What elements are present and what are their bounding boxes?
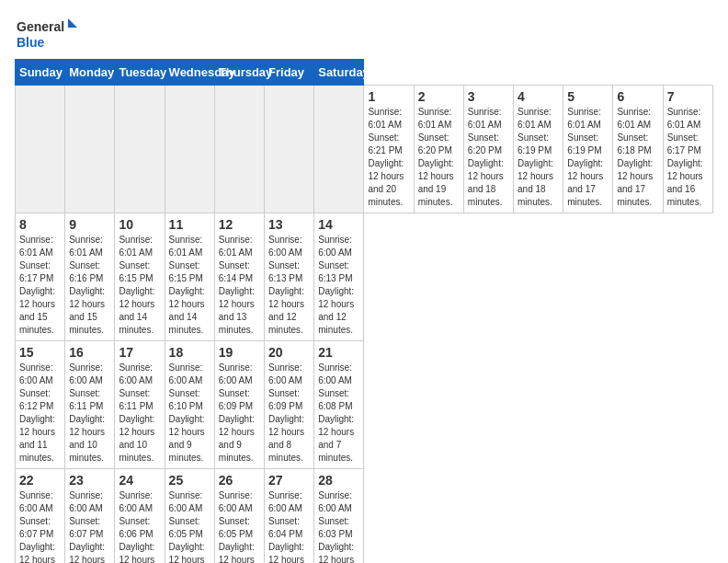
calendar-cell: 5Sunrise: 6:01 AMSunset: 6:19 PMDaylight…: [563, 86, 613, 213]
cell-sun-set-info: Sunrise: 6:00 AMSunset: 6:13 PMDaylight:…: [268, 234, 310, 337]
calendar-cell: 8Sunrise: 6:01 AMSunset: 6:17 PMDaylight…: [16, 213, 65, 341]
calendar-cell: 21Sunrise: 6:00 AMSunset: 6:08 PMDayligh…: [314, 341, 364, 469]
cell-sun-set-info: Sunrise: 6:00 AMSunset: 6:03 PMDaylight:…: [318, 489, 359, 563]
cell-sun-set-info: Sunrise: 6:00 AMSunset: 6:11 PMDaylight:…: [119, 362, 160, 465]
day-number: 2: [418, 89, 460, 104]
calendar-header-friday: Friday: [265, 60, 314, 86]
calendar-header-row: SundayMondayTuesdayWednesdayThursdayFrid…: [16, 60, 713, 86]
cell-sun-set-info: Sunrise: 6:01 AMSunset: 6:17 PMDaylight:…: [19, 234, 61, 337]
calendar-cell: 3Sunrise: 6:01 AMSunset: 6:20 PMDaylight…: [463, 86, 513, 213]
cell-sun-set-info: Sunrise: 6:00 AMSunset: 6:05 PMDaylight:…: [219, 489, 260, 563]
day-number: 22: [19, 473, 61, 488]
cell-sun-set-info: Sunrise: 6:00 AMSunset: 6:09 PMDaylight:…: [219, 362, 260, 465]
day-number: 3: [468, 89, 509, 104]
calendar-cell: 11Sunrise: 6:01 AMSunset: 6:15 PMDayligh…: [165, 213, 214, 341]
calendar-cell: 17Sunrise: 6:00 AMSunset: 6:11 PMDayligh…: [115, 341, 165, 469]
day-number: 26: [219, 473, 260, 488]
day-number: 14: [318, 217, 359, 232]
cell-sun-set-info: Sunrise: 6:00 AMSunset: 6:07 PMDaylight:…: [19, 489, 61, 563]
logo: GeneralBlue: [15, 15, 88, 52]
cell-sun-set-info: Sunrise: 6:00 AMSunset: 6:04 PMDaylight:…: [268, 489, 310, 563]
day-number: 1: [368, 89, 409, 104]
svg-text:General: General: [17, 19, 64, 34]
calendar-cell: [16, 86, 65, 213]
day-number: 21: [318, 345, 359, 360]
svg-marker-2: [68, 18, 77, 28]
calendar-cell: [165, 86, 214, 213]
calendar-cell: 20Sunrise: 6:00 AMSunset: 6:09 PMDayligh…: [265, 341, 314, 469]
calendar-cell: [115, 86, 165, 213]
calendar-week-row: 1Sunrise: 6:01 AMSunset: 6:21 PMDaylight…: [16, 86, 713, 213]
cell-sun-set-info: Sunrise: 6:01 AMSunset: 6:19 PMDaylight:…: [567, 106, 609, 209]
calendar-cell: 18Sunrise: 6:00 AMSunset: 6:10 PMDayligh…: [165, 341, 214, 469]
cell-sun-set-info: Sunrise: 6:01 AMSunset: 6:16 PMDaylight:…: [69, 234, 110, 337]
calendar-cell: 27Sunrise: 6:00 AMSunset: 6:04 PMDayligh…: [265, 469, 314, 564]
calendar-cell: 22Sunrise: 6:00 AMSunset: 6:07 PMDayligh…: [16, 469, 65, 564]
calendar-cell: 13Sunrise: 6:00 AMSunset: 6:13 PMDayligh…: [265, 213, 314, 341]
calendar-cell: 24Sunrise: 6:00 AMSunset: 6:06 PMDayligh…: [115, 469, 165, 564]
calendar-week-row: 22Sunrise: 6:00 AMSunset: 6:07 PMDayligh…: [16, 469, 713, 564]
calendar-header-sunday: Sunday: [16, 60, 65, 86]
logo-icon: GeneralBlue: [15, 15, 88, 52]
calendar-table: SundayMondayTuesdayWednesdayThursdayFrid…: [15, 59, 713, 563]
calendar-cell: 9Sunrise: 6:01 AMSunset: 6:16 PMDaylight…: [65, 213, 115, 341]
day-number: 15: [19, 345, 61, 360]
cell-sun-set-info: Sunrise: 6:01 AMSunset: 6:15 PMDaylight:…: [119, 234, 160, 337]
cell-sun-set-info: Sunrise: 6:01 AMSunset: 6:21 PMDaylight:…: [368, 106, 409, 209]
calendar-header-wednesday: Wednesday: [165, 60, 214, 86]
calendar-cell: [314, 86, 364, 213]
calendar-cell: 7Sunrise: 6:01 AMSunset: 6:17 PMDaylight…: [663, 86, 712, 213]
day-number: 17: [119, 345, 160, 360]
calendar-cell: 16Sunrise: 6:00 AMSunset: 6:11 PMDayligh…: [65, 341, 115, 469]
calendar-cell: 10Sunrise: 6:01 AMSunset: 6:15 PMDayligh…: [115, 213, 165, 341]
calendar-cell: 26Sunrise: 6:00 AMSunset: 6:05 PMDayligh…: [214, 469, 264, 564]
calendar-cell: 28Sunrise: 6:00 AMSunset: 6:03 PMDayligh…: [314, 469, 364, 564]
cell-sun-set-info: Sunrise: 6:00 AMSunset: 6:11 PMDaylight:…: [69, 362, 110, 465]
day-number: 18: [169, 345, 210, 360]
day-number: 5: [567, 89, 609, 104]
calendar-cell: [65, 86, 115, 213]
calendar-header-saturday: Saturday: [314, 60, 364, 86]
cell-sun-set-info: Sunrise: 6:00 AMSunset: 6:10 PMDaylight:…: [169, 362, 210, 465]
calendar-cell: 23Sunrise: 6:00 AMSunset: 6:07 PMDayligh…: [65, 469, 115, 564]
cell-sun-set-info: Sunrise: 6:01 AMSunset: 6:17 PMDaylight:…: [667, 106, 709, 209]
calendar-cell: 4Sunrise: 6:01 AMSunset: 6:19 PMDaylight…: [514, 86, 563, 213]
day-number: 12: [219, 217, 260, 232]
day-number: 10: [119, 217, 160, 232]
page-header: GeneralBlue: [15, 15, 713, 52]
calendar-header-monday: Monday: [65, 60, 115, 86]
cell-sun-set-info: Sunrise: 6:01 AMSunset: 6:20 PMDaylight:…: [418, 106, 460, 209]
day-number: 11: [169, 217, 210, 232]
calendar-cell: 1Sunrise: 6:01 AMSunset: 6:21 PMDaylight…: [364, 86, 414, 213]
calendar-cell: 19Sunrise: 6:00 AMSunset: 6:09 PMDayligh…: [214, 341, 264, 469]
calendar-header-thursday: Thursday: [214, 60, 264, 86]
cell-sun-set-info: Sunrise: 6:00 AMSunset: 6:06 PMDaylight:…: [119, 489, 160, 563]
cell-sun-set-info: Sunrise: 6:00 AMSunset: 6:13 PMDaylight:…: [318, 234, 359, 337]
day-number: 27: [268, 473, 310, 488]
calendar-cell: 12Sunrise: 6:01 AMSunset: 6:14 PMDayligh…: [214, 213, 264, 341]
cell-sun-set-info: Sunrise: 6:00 AMSunset: 6:12 PMDaylight:…: [19, 362, 61, 465]
day-number: 8: [19, 217, 61, 232]
calendar-cell: [265, 86, 314, 213]
day-number: 9: [69, 217, 110, 232]
calendar-cell: [214, 86, 264, 213]
day-number: 25: [169, 473, 210, 488]
cell-sun-set-info: Sunrise: 6:00 AMSunset: 6:09 PMDaylight:…: [268, 362, 310, 465]
day-number: 19: [219, 345, 260, 360]
calendar-cell: 14Sunrise: 6:00 AMSunset: 6:13 PMDayligh…: [314, 213, 364, 341]
calendar-cell: 6Sunrise: 6:01 AMSunset: 6:18 PMDaylight…: [613, 86, 663, 213]
calendar-week-row: 8Sunrise: 6:01 AMSunset: 6:17 PMDaylight…: [16, 213, 713, 341]
calendar-week-row: 15Sunrise: 6:00 AMSunset: 6:12 PMDayligh…: [16, 341, 713, 469]
calendar-cell: 25Sunrise: 6:00 AMSunset: 6:05 PMDayligh…: [165, 469, 214, 564]
day-number: 23: [69, 473, 110, 488]
cell-sun-set-info: Sunrise: 6:01 AMSunset: 6:20 PMDaylight:…: [468, 106, 509, 209]
calendar-cell: 2Sunrise: 6:01 AMSunset: 6:20 PMDaylight…: [414, 86, 463, 213]
cell-sun-set-info: Sunrise: 6:01 AMSunset: 6:15 PMDaylight:…: [169, 234, 210, 337]
day-number: 4: [518, 89, 559, 104]
day-number: 6: [617, 89, 658, 104]
day-number: 24: [119, 473, 160, 488]
cell-sun-set-info: Sunrise: 6:00 AMSunset: 6:08 PMDaylight:…: [318, 362, 359, 465]
svg-text:Blue: Blue: [17, 35, 45, 50]
calendar-cell: 15Sunrise: 6:00 AMSunset: 6:12 PMDayligh…: [16, 341, 65, 469]
calendar-header-tuesday: Tuesday: [115, 60, 165, 86]
